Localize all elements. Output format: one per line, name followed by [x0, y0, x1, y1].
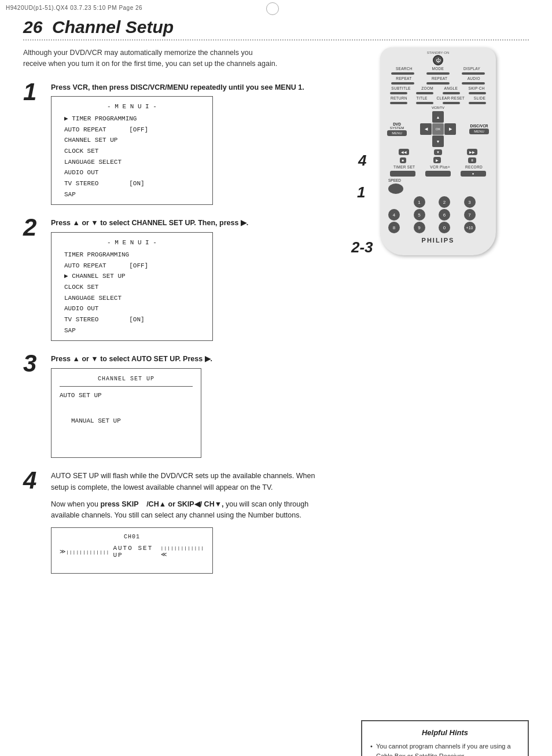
- pause-button[interactable]: ⏸: [468, 157, 476, 163]
- ch01-title: CH01: [60, 534, 204, 540]
- step-1-title: Press VCR, then press DISC/VCR/MENU repe…: [51, 82, 347, 93]
- num-0-button[interactable]: 0: [439, 222, 450, 233]
- file-header: H9420UD(p1-51).QX4 03.7.23 5:10 PM Page …: [6, 5, 142, 11]
- mode-button[interactable]: [426, 72, 450, 75]
- repeat2-button[interactable]: [426, 82, 450, 85]
- step-2: 2 Press ▲ or ▼ to select CHANNEL SET UP.…: [23, 215, 347, 341]
- step2-menu-item-5: LANGUAGE SELECT: [60, 293, 204, 304]
- num-6-button[interactable]: 6: [439, 209, 450, 221]
- title-button[interactable]: [416, 102, 433, 104]
- transport-row-1: ◀◀ ▼ ▶▶: [386, 149, 490, 155]
- menu-item-5: LANGUAGE SELECT: [60, 157, 204, 168]
- vcr-plus-button[interactable]: [425, 171, 451, 177]
- nav-down-button[interactable]: ▼: [432, 135, 444, 147]
- clear-reset-button[interactable]: [443, 102, 460, 104]
- remote-wrapper: 4 1 2-3 STANDBY·ON ⏻ SEARCH MODE DISPLAY: [380, 47, 496, 255]
- dvd-system-block: DVD SYSTEM MENU: [387, 122, 407, 136]
- step3-manual-setup: MANUAL SET UP: [60, 414, 193, 427]
- step-4-text2: Now when you press SKIP /CH▲ or SKIP◀/ C…: [51, 499, 317, 522]
- step-1-content: Press VCR, then press DISC/VCR/MENU repe…: [51, 80, 347, 205]
- play-button[interactable]: ▶: [433, 157, 441, 163]
- down-button[interactable]: ▼: [434, 149, 442, 155]
- auto-setup-label: AUTO SET UP: [113, 545, 157, 559]
- intro-text: Although your DVD/VCR may automatically …: [23, 47, 278, 69]
- menu-1-title: - M E N U I -: [60, 101, 204, 112]
- fast-forward-button[interactable]: ▶▶: [467, 149, 477, 155]
- num-2-button[interactable]: 2: [439, 196, 450, 208]
- dot-separator: [23, 39, 529, 41]
- step-2-title: Press ▲ or ▼ to select CHANNEL SET UP. T…: [51, 218, 347, 229]
- menu-item-1: TIMER PROGRAMMING: [60, 113, 204, 124]
- angle-label: ANGLE: [444, 86, 458, 90]
- step3-auto-setup: AUTO SET UP: [60, 389, 193, 402]
- repeat1-button[interactable]: [391, 82, 414, 85]
- step-4-text1: AUTO SET UP will flash while the DVD/VCR…: [51, 471, 317, 493]
- return-button[interactable]: [390, 102, 407, 104]
- mode-label: MODE: [432, 67, 444, 71]
- step2-menu-item-3: CHANNEL SET UP: [60, 271, 204, 282]
- rewind-button[interactable]: ◀◀: [399, 149, 409, 155]
- row-search-mode-display: SEARCH MODE DISPLAY: [386, 67, 490, 71]
- num-4-button[interactable]: 4: [388, 209, 400, 221]
- menu-item-4: CLOCK SET: [60, 146, 204, 157]
- num-7-button[interactable]: 7: [464, 209, 476, 221]
- record-label: RECORD: [465, 165, 483, 169]
- disc-vcr-block: DISC/VCR MENU: [469, 124, 489, 134]
- vcr-tv-label: VCR/TV: [386, 106, 490, 109]
- search-button[interactable]: [391, 72, 414, 75]
- ok-button[interactable]: OK: [432, 123, 444, 135]
- remote-control: STANDBY·ON ⏻ SEARCH MODE DISPLAY: [380, 47, 496, 255]
- ch01-display-box: CH01 ≫||||||||||||| AUTO SET UP ||||||||…: [51, 527, 213, 574]
- standby-section: STANDBY·ON ⏻: [386, 51, 490, 65]
- zoom-button[interactable]: [416, 92, 433, 94]
- hints-container: Helpful Hints You cannot program channel…: [361, 709, 529, 756]
- audio-label: AUDIO: [468, 76, 480, 80]
- menu-item-3: CHANNEL SET UP: [60, 135, 204, 146]
- num-plus10-button[interactable]: +10: [464, 222, 476, 233]
- step2-menu-item-2: AUTO REPEAT [OFF]: [60, 260, 204, 271]
- num-8-button[interactable]: 8: [388, 222, 400, 233]
- left-arrow-icon: ≫|||||||||||||: [60, 548, 109, 555]
- row-repeat-audio-labels: REPEAT REPEAT AUDIO: [386, 76, 490, 80]
- num-5-button[interactable]: 5: [414, 209, 425, 221]
- record-button[interactable]: ●: [461, 171, 486, 177]
- standby-button[interactable]: ⏻: [433, 55, 443, 65]
- subtitle-button[interactable]: [390, 92, 407, 94]
- step-1-menu: - M E N U I - TIMER PROGRAMMING AUTO REP…: [51, 96, 213, 205]
- stop-button[interactable]: ■: [400, 157, 407, 163]
- page-circle: [266, 2, 279, 15]
- num-3-button[interactable]: 3: [464, 196, 476, 208]
- speed-button[interactable]: [388, 184, 403, 194]
- step-2-menu: - M E N U I - TIMER PROGRAMMING AUTO REP…: [51, 232, 213, 341]
- repeat1-label: REPEAT: [396, 76, 411, 80]
- num-1-button[interactable]: 1: [414, 196, 425, 208]
- step-3-number: 3: [23, 351, 51, 376]
- search-label: SEARCH: [396, 67, 413, 71]
- step-3-content: Press ▲ or ▼ to select AUTO SET UP. Pres…: [51, 351, 347, 458]
- system-label: SYSTEM: [387, 126, 407, 130]
- slide-button[interactable]: [469, 102, 486, 104]
- nav-up-button[interactable]: ▲: [432, 111, 444, 123]
- step-3: 3 Press ▲ or ▼ to select AUTO SET UP. Pr…: [23, 351, 347, 458]
- dvd-system-button[interactable]: MENU: [387, 130, 407, 136]
- angle-button[interactable]: [443, 92, 460, 94]
- page-title: 26 Channel Setup: [23, 17, 529, 37]
- disc-vcr-label: DISC/VCR: [469, 124, 489, 128]
- nav-left-button[interactable]: ◀: [420, 123, 432, 135]
- step-3-channel-box: CHANNEL SET UP AUTO SET UP MANUAL SET UP: [51, 368, 201, 458]
- zoom-label: ZOOM: [421, 86, 433, 90]
- ch01-auto-setup: ≫||||||||||||| AUTO SET UP |||||||||||||…: [60, 545, 204, 559]
- menu-item-2: AUTO REPEAT [OFF]: [60, 124, 204, 135]
- slide-label: SLIDE: [474, 96, 485, 100]
- disc-vcr-button[interactable]: MENU: [469, 129, 489, 134]
- skip-ch-button[interactable]: [469, 92, 486, 94]
- num-9-button[interactable]: 9: [414, 222, 425, 233]
- hints-list: You cannot program channels if you are u…: [370, 742, 520, 756]
- row-subtitle-labels: SUBTITLE ZOOM ANGLE SKIP·CH: [386, 86, 490, 90]
- timer-set-button[interactable]: [390, 171, 415, 177]
- menu-item-7: TV STEREO [ON]: [60, 178, 204, 189]
- step-4: 4 AUTO SET UP will flash while the DVD/V…: [23, 468, 347, 574]
- audio-button[interactable]: [462, 82, 485, 85]
- display-button[interactable]: [462, 72, 485, 75]
- nav-right-button[interactable]: ▶: [444, 123, 456, 135]
